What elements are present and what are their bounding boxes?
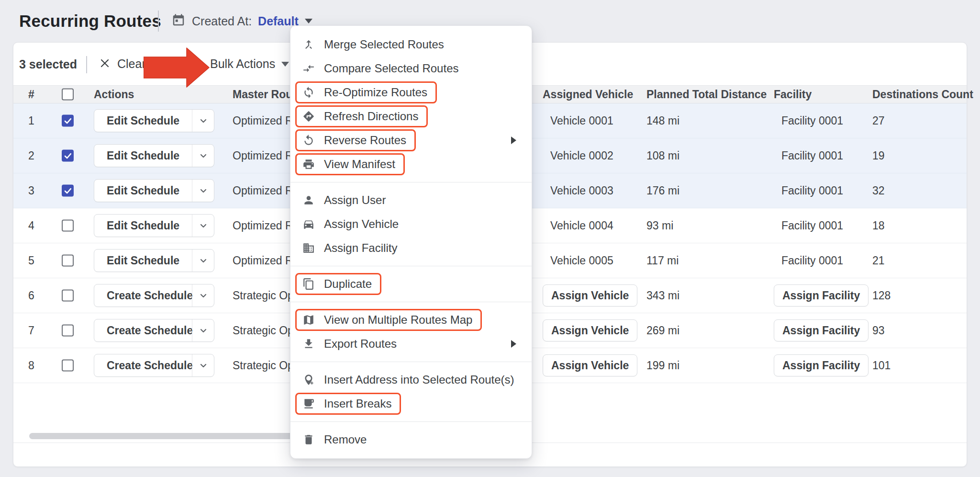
- facility-cell: Facility 0001: [774, 219, 843, 232]
- horizontal-scrollbar[interactable]: [29, 433, 320, 439]
- row-action-label[interactable]: Edit Schedule: [94, 184, 192, 197]
- destinations-count-text: 18: [872, 219, 885, 232]
- master-route-text: Optimized Re: [233, 254, 299, 267]
- chevron-down-icon[interactable]: [192, 179, 214, 202]
- chevron-down-icon[interactable]: [192, 284, 214, 307]
- menu-item-export-routes[interactable]: Export Routes: [290, 332, 532, 356]
- menu-item-label: Assign User: [324, 193, 386, 207]
- merge-icon: [302, 38, 315, 51]
- row-checkbox[interactable]: [62, 115, 74, 127]
- assign-facility-button[interactable]: Assign Facility: [774, 319, 869, 341]
- page-title: Recurring Routes: [19, 11, 161, 31]
- created-at-label: Created At:: [192, 14, 252, 28]
- export-icon: [302, 338, 315, 350]
- menu-item-view-on-multiple-routes-map[interactable]: View on Multiple Routes Map: [290, 308, 532, 332]
- menu-item-assign-facility[interactable]: Assign Facility: [290, 236, 532, 260]
- row-action-label[interactable]: Create Schedule: [94, 359, 192, 372]
- menu-item-label: Reverse Routes: [324, 134, 406, 147]
- column-header-destinations-count: Destinations Count: [872, 88, 973, 101]
- duplicate-icon: [302, 278, 315, 290]
- row-action-label[interactable]: Edit Schedule: [94, 254, 192, 267]
- row-action-label[interactable]: Edit Schedule: [94, 149, 192, 162]
- row-action-button[interactable]: Edit Schedule: [94, 249, 214, 272]
- insert-address-icon: [302, 374, 315, 386]
- row-action-button[interactable]: Edit Schedule: [94, 179, 214, 202]
- menu-item-merge-selected-routes[interactable]: Merge Selected Routes: [290, 33, 532, 57]
- master-route-text: Optimized Re: [233, 114, 299, 127]
- facility-text: Facility 0001: [774, 114, 843, 127]
- assign-facility-button[interactable]: Assign Facility: [774, 354, 869, 376]
- chevron-down-icon[interactable]: [192, 354, 214, 377]
- header-checkbox[interactable]: [62, 89, 74, 101]
- row-action-button[interactable]: Edit Schedule: [94, 144, 214, 167]
- chevron-down-icon[interactable]: [192, 109, 214, 132]
- assign-vehicle-button[interactable]: Assign Vehicle: [543, 354, 637, 376]
- facility-icon: [302, 242, 315, 254]
- menu-item-re-optimize-routes[interactable]: Re-Optimize Routes: [290, 80, 532, 104]
- row-checkbox[interactable]: [62, 255, 74, 267]
- menu-item-view-manifest[interactable]: View Manifest: [290, 152, 532, 176]
- menu-item-insert-address-into-selected-route-s[interactable]: Insert Address into Selected Route(s): [290, 368, 532, 392]
- master-route-text: Optimized Re: [233, 219, 299, 232]
- menu-item-reverse-routes[interactable]: Reverse Routes: [290, 128, 532, 152]
- assign-vehicle-button[interactable]: Assign Vehicle: [543, 284, 637, 307]
- menu-divider: [290, 421, 532, 422]
- menu-item-assign-user[interactable]: Assign User: [290, 188, 532, 212]
- planned-distance-text: 343 mi: [646, 289, 679, 302]
- row-checkbox[interactable]: [62, 150, 74, 162]
- row-number: 4: [28, 219, 34, 232]
- row-action-label[interactable]: Create Schedule: [94, 289, 192, 302]
- menu-item-refresh-directions[interactable]: Refresh Directions: [290, 104, 532, 128]
- menu-item-duplicate[interactable]: Duplicate: [290, 272, 532, 296]
- planned-distance-text: 148 mi: [646, 114, 679, 127]
- facility-cell: Assign Facility: [774, 319, 869, 341]
- assign-vehicle-button[interactable]: Assign Vehicle: [543, 319, 637, 341]
- highlight-box: Reverse Routes: [295, 129, 416, 151]
- row-action-button[interactable]: Edit Schedule: [94, 109, 214, 132]
- menu-item-content: Assign User: [295, 189, 395, 211]
- row-action-cell: Create Schedule: [94, 354, 214, 377]
- row-action-label[interactable]: Edit Schedule: [94, 114, 192, 127]
- menu-item-label: Remove: [324, 433, 367, 446]
- menu-item-content: Export Routes: [295, 333, 406, 355]
- row-checkbox[interactable]: [62, 220, 74, 232]
- row-action-button[interactable]: Create Schedule: [94, 319, 214, 342]
- bulk-actions-button[interactable]: Bulk Actions: [210, 43, 289, 85]
- chevron-down-icon[interactable]: [192, 249, 214, 272]
- destinations-count-text: 32: [872, 184, 885, 197]
- row-action-label[interactable]: Create Schedule: [94, 324, 192, 337]
- row-checkbox[interactable]: [62, 290, 74, 302]
- facility-cell: Facility 0001: [774, 149, 843, 162]
- chevron-down-icon[interactable]: [192, 214, 214, 237]
- menu-item-assign-vehicle[interactable]: Assign Vehicle: [290, 212, 532, 236]
- facility-cell: Facility 0001: [774, 114, 843, 127]
- menu-divider: [290, 266, 532, 266]
- row-action-button[interactable]: Edit Schedule: [94, 214, 214, 237]
- assigned-vehicle-text: Vehicle 0003: [543, 184, 613, 197]
- planned-distance-text: 199 mi: [646, 359, 679, 372]
- row-action-button[interactable]: Create Schedule: [94, 354, 214, 377]
- row-number: 1: [28, 114, 34, 127]
- submenu-caret-icon: [511, 136, 516, 144]
- menu-item-compare-selected-routes[interactable]: Compare Selected Routes: [290, 57, 532, 80]
- row-checkbox[interactable]: [62, 185, 74, 197]
- row-checkbox[interactable]: [62, 325, 74, 337]
- row-action-label[interactable]: Edit Schedule: [94, 219, 192, 232]
- planned-distance-text: 108 mi: [646, 149, 679, 162]
- master-route-text: Optimized Re: [233, 149, 299, 162]
- chevron-down-icon[interactable]: [192, 144, 214, 167]
- menu-divider: [290, 302, 532, 302]
- chevron-down-icon[interactable]: [192, 319, 214, 342]
- row-checkbox[interactable]: [62, 360, 74, 372]
- menu-item-content: Assign Facility: [295, 237, 407, 259]
- assign-facility-button[interactable]: Assign Facility: [774, 284, 869, 307]
- highlight-box: Re-Optimize Routes: [295, 81, 437, 103]
- menu-item-content: Assign Vehicle: [295, 213, 408, 235]
- row-action-button[interactable]: Create Schedule: [94, 284, 214, 307]
- menu-item-insert-breaks[interactable]: Insert Breaks: [290, 392, 532, 416]
- trash-icon: [302, 433, 315, 446]
- row-checkbox-cell: [62, 185, 74, 197]
- menu-item-remove[interactable]: Remove: [290, 428, 532, 452]
- reverse-icon: [302, 134, 315, 147]
- vehicle-icon: [302, 218, 315, 230]
